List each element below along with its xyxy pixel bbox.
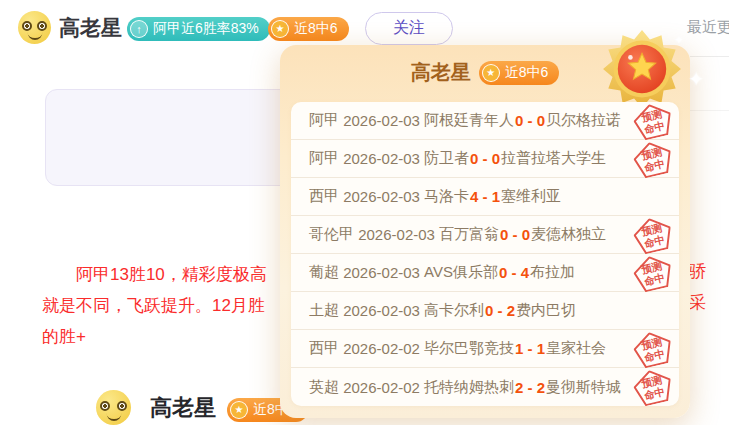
match-league: 阿甲 — [309, 149, 339, 168]
match-row[interactable]: 西甲 2026-02-02 毕尔巴鄂竞技1 - 1皇家社会 预测 命中 — [291, 330, 679, 368]
follow-button[interactable]: 关注 — [365, 12, 453, 45]
star-icon: ★ — [230, 401, 248, 419]
match-date: 2026-02-02 — [343, 340, 420, 357]
away-team: 麦德林独立 — [531, 225, 606, 244]
match-date: 2026-02-03 — [343, 264, 420, 281]
avatar-eye — [117, 401, 127, 411]
match-score: 4 - 1 — [470, 188, 500, 205]
article-text: 阿甲13胜10，精彩度极高 就是不同，飞跃提升。12月胜 的胜+ — [42, 259, 267, 352]
match-date: 2026-02-02 — [343, 379, 420, 396]
match-date: 2026-02-03 — [343, 302, 420, 319]
user-name: 高老星 — [59, 14, 122, 42]
home-team: 阿根廷青年人 — [424, 111, 514, 130]
match-row[interactable]: 哥伦甲 2026-02-03 百万富翁0 - 0麦德林独立 预测 命中 — [291, 216, 679, 254]
avatar[interactable] — [18, 11, 51, 44]
avatar-eye — [22, 21, 32, 31]
away-team: 费内巴切 — [516, 301, 576, 320]
match-league: 西甲 — [309, 187, 339, 206]
match-league: 英超 — [309, 378, 339, 397]
divider — [690, 110, 729, 111]
avatar[interactable] — [96, 390, 131, 425]
match-row[interactable]: 英超 2026-02-02 托特纳姆热刺2 - 2曼彻斯特城 预测 命中 — [291, 368, 679, 406]
prediction-hit-stamp-icon: 预测 命中 — [631, 214, 676, 256]
away-team: 贝尔格拉诺 — [546, 111, 621, 130]
match-row[interactable]: 阿甲 2026-02-03 阿根廷青年人0 - 0贝尔格拉诺 预测 命中 — [291, 102, 679, 140]
prediction-hit-stamp-icon: 预测 命中 — [631, 138, 676, 180]
avatar-eye — [100, 401, 110, 411]
match-score: 1 - 1 — [515, 340, 545, 357]
prediction-popup: 高老星 ★ 近8中6 ✦ ✦ 阿 — [280, 45, 690, 418]
hit-streak-badge-label: 近8中6 — [294, 20, 338, 38]
star-icon: ★ — [271, 20, 289, 38]
hit-streak-badge-label: 近8中6 — [505, 64, 549, 82]
popup-title: 高老星 — [411, 59, 471, 86]
match-list: 阿甲 2026-02-03 阿根廷青年人0 - 0贝尔格拉诺 预测 命中 阿甲 … — [291, 102, 679, 406]
match-row[interactable]: 阿甲 2026-02-03 防卫者0 - 0拉普拉塔大学生 预测 命中 — [291, 140, 679, 178]
article-line: 阿甲13胜10，精彩度极高 — [42, 259, 267, 290]
recent-update-label: 最近更 — [687, 18, 729, 37]
match-league: 土超 — [309, 301, 339, 320]
match-score: 0 - 4 — [499, 264, 529, 281]
match-date: 2026-02-03 — [343, 188, 420, 205]
article-line: 的胜+ — [42, 321, 267, 352]
hit-streak-badge: ★ 近8中6 — [479, 61, 560, 85]
avatar-mouth — [27, 32, 42, 40]
prediction-hit-stamp-icon: 预测 命中 — [631, 102, 676, 142]
match-date: 2026-02-03 — [358, 226, 435, 243]
win-rate-badge-label: 阿甲近6胜率83% — [153, 20, 259, 38]
match-date: 2026-02-03 — [343, 112, 420, 129]
away-team: 塞维利亚 — [501, 187, 561, 206]
article-line: 就是不同，飞跃提升。12月胜 — [42, 290, 267, 321]
match-league: 阿甲 — [309, 111, 339, 130]
match-row[interactable]: 土超 2026-02-03 高卡尔利0 - 2费内巴切 预测 命中 — [291, 292, 679, 330]
avatar-eye — [37, 21, 47, 31]
page: 高老星 ↑ 阿甲近6胜率83% ★ 近8中6 关注 最近更 阿甲13胜10，精彩… — [0, 0, 729, 425]
away-team: 曼彻斯特城 — [546, 378, 621, 397]
arrow-up-icon: ↑ — [130, 20, 148, 38]
home-team: AVS俱乐部 — [424, 263, 498, 282]
match-score: 0 - 2 — [485, 302, 515, 319]
match-row[interactable]: 葡超 2026-02-03 AVS俱乐部0 - 4布拉加 预测 命中 — [291, 254, 679, 292]
prediction-hit-stamp-icon: 预测 命中 — [631, 366, 676, 406]
home-team: 托特纳姆热刺 — [424, 378, 514, 397]
away-team: 布拉加 — [530, 263, 575, 282]
home-team: 马洛卡 — [424, 187, 469, 206]
prediction-hit-stamp-icon: 预测 命中 — [631, 252, 676, 294]
away-team: 皇家社会 — [546, 339, 606, 358]
match-date: 2026-02-03 — [343, 150, 420, 167]
home-team: 高卡尔利 — [424, 301, 484, 320]
prediction-hit-stamp-icon: 预测 命中 — [631, 328, 676, 370]
home-team: 百万富翁 — [439, 225, 499, 244]
star-icon: ★ — [482, 64, 500, 82]
match-row[interactable]: 西甲 2026-02-03 马洛卡4 - 1塞维利亚 预测 命中 — [291, 178, 679, 216]
match-score: 0 - 0 — [470, 150, 500, 167]
home-team: 防卫者 — [424, 149, 469, 168]
sparkle-icon: ✦ — [688, 67, 705, 91]
hit-streak-badge: ★ 近8中6 — [268, 17, 349, 41]
away-team: 拉普拉塔大学生 — [501, 149, 606, 168]
divider — [690, 56, 729, 57]
article-fragment: 采 — [689, 291, 706, 314]
match-league: 葡超 — [309, 263, 339, 282]
win-rate-badge: ↑ 阿甲近6胜率83% — [127, 17, 270, 41]
avatar-mouth — [106, 413, 121, 421]
match-score: 0 - 0 — [515, 112, 545, 129]
match-score: 0 - 0 — [500, 226, 530, 243]
article-fragment: 骄 — [689, 260, 706, 283]
gold-medal-icon — [602, 29, 682, 109]
user-name: 高老星 — [150, 393, 216, 423]
match-league: 哥伦甲 — [309, 225, 354, 244]
sparkle-icon: ✦ — [674, 33, 684, 47]
home-team: 毕尔巴鄂竞技 — [424, 339, 514, 358]
match-league: 西甲 — [309, 339, 339, 358]
match-score: 2 - 2 — [515, 379, 545, 396]
